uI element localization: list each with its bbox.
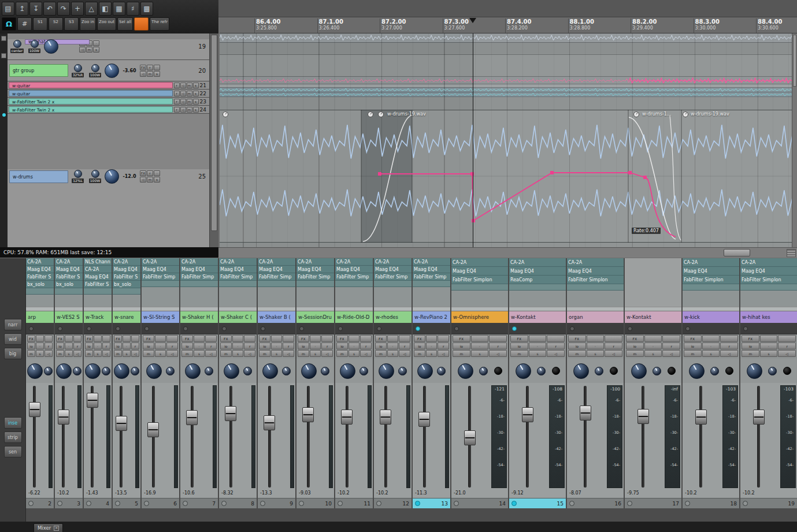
- fx-button[interactable]: FX: [140, 65, 146, 70]
- track-number-row[interactable]: 3: [55, 498, 83, 508]
- record-arm-led[interactable]: [115, 501, 120, 506]
- fx-slot-button[interactable]: CA-2A: [84, 266, 112, 273]
- ruler-tick[interactable]: 87.1.003:26.400: [319, 18, 343, 31]
- mute-button[interactable]: m: [27, 350, 35, 357]
- track-name-chip[interactable]: w-FabFilter Twin 2 x: [9, 106, 173, 113]
- phase-button[interactable]: ◁: [131, 350, 139, 357]
- track-name-chip[interactable]: w-guitar: [9, 90, 173, 96]
- track-name-label[interactable]: w-SI-String S: [142, 311, 179, 323]
- fx-slot-button[interactable]: Maag EQ4: [296, 266, 334, 273]
- fader-cap[interactable]: [580, 405, 591, 421]
- fx-param-button[interactable]: [360, 335, 372, 342]
- record-arm-button[interactable]: r: [662, 343, 680, 349]
- fx-param-button[interactable]: [205, 335, 217, 342]
- ruler-tick[interactable]: 87.4.003:28.200: [507, 18, 531, 31]
- tcp-track[interactable]: w-FabFilter Twin 2 xr◁ms24: [8, 106, 209, 114]
- phase-button[interactable]: ◁: [547, 350, 565, 357]
- strip-layout-button[interactable]: strip: [4, 431, 22, 443]
- monitor-led[interactable]: [58, 326, 62, 331]
- fx-insert-row[interactable]: [219, 307, 257, 311]
- fx-slot-button[interactable]: CA-2A: [258, 258, 295, 266]
- wide-layout-button[interactable]: wid: [4, 333, 22, 345]
- fx-insert-row[interactable]: [683, 307, 739, 311]
- record-arm-button[interactable]: r: [45, 343, 53, 349]
- fx-bypass-button[interactable]: [194, 335, 205, 342]
- solo-button[interactable]: s: [123, 350, 131, 357]
- lock-icon[interactable]: ▩: [140, 2, 153, 16]
- open-project-icon[interactable]: ↥: [16, 2, 28, 16]
- env-button[interactable]: ·: [65, 343, 73, 349]
- mute-button[interactable]: m: [414, 350, 425, 357]
- width-knob[interactable]: [437, 367, 446, 375]
- fx-param-button[interactable]: [102, 335, 110, 342]
- volume-readout[interactable]: -11.3: [413, 490, 450, 498]
- track-name-label[interactable]: w-Shaker B (: [258, 311, 295, 323]
- volume-readout[interactable]: -13.5: [113, 490, 140, 498]
- fx-insert-row[interactable]: [625, 307, 681, 311]
- fader-cap[interactable]: [753, 410, 765, 425]
- mute-button[interactable]: m: [187, 99, 192, 105]
- record-arm-led[interactable]: [299, 501, 304, 506]
- mute-button[interactable]: m: [143, 350, 154, 357]
- mute-button[interactable]: m: [187, 91, 192, 96]
- record-arm-button[interactable]: r: [131, 343, 139, 349]
- env-button[interactable]: ·: [702, 343, 720, 349]
- track-number-row[interactable]: 7: [180, 498, 218, 508]
- env-button[interactable]: ·: [94, 343, 102, 349]
- track-name-label[interactable]: w-VES2 S: [55, 311, 83, 323]
- fx-bypass-button[interactable]: [65, 335, 73, 342]
- io-button[interactable]: io: [143, 343, 154, 349]
- ruler-tick[interactable]: 87.3.003:27.600: [444, 18, 469, 31]
- mute-button[interactable]: m: [568, 350, 586, 357]
- pan-knob[interactable]: [114, 363, 129, 379]
- io-button[interactable]: io: [510, 343, 528, 349]
- ruler-tick[interactable]: 86.4.003:25.800: [256, 18, 280, 31]
- phase-button[interactable]: ◁: [399, 350, 410, 357]
- new-project-icon[interactable]: ▤: [2, 2, 14, 16]
- fx-slot-button[interactable]: CA-2A: [740, 258, 797, 267]
- volume-readout[interactable]: -1.43: [84, 490, 112, 498]
- track-number-row[interactable]: 15: [509, 498, 566, 508]
- pan-knob[interactable]: [379, 363, 394, 379]
- env-button[interactable]: ·: [471, 343, 489, 349]
- phase-button[interactable]: ◁: [102, 350, 110, 357]
- monitor-led[interactable]: [261, 326, 265, 331]
- solo-button[interactable]: s: [193, 83, 199, 88]
- trim-knob[interactable]: [668, 367, 676, 375]
- fx-param-button[interactable]: [662, 335, 680, 342]
- width-knob[interactable]: [710, 367, 719, 375]
- phase-button[interactable]: ◁: [244, 350, 255, 357]
- width-knob[interactable]: [102, 367, 110, 375]
- pan-knob[interactable]: [262, 363, 278, 379]
- fx-slot-button[interactable]: FabFilter Simplon: [740, 276, 797, 284]
- fx-button[interactable]: FX: [626, 335, 644, 342]
- solo-button[interactable]: s: [36, 350, 44, 357]
- peak-readout[interactable]: -103: [781, 386, 794, 392]
- pan-knob[interactable]: [224, 363, 239, 379]
- mute-button[interactable]: m: [684, 350, 702, 357]
- phase-button[interactable]: ◁: [166, 350, 178, 357]
- record-arm-button[interactable]: r: [720, 343, 738, 349]
- monitor-led[interactable]: [29, 326, 34, 331]
- fx-empty-slot[interactable]: [180, 281, 218, 287]
- track-number-row[interactable]: 4: [84, 498, 112, 508]
- fx-empty-slot[interactable]: [413, 281, 450, 287]
- mute-button[interactable]: m: [85, 350, 93, 357]
- track-name-label[interactable]: w-Kontakt: [625, 311, 681, 323]
- record-arm-led[interactable]: [338, 501, 343, 506]
- fx-slot-button[interactable]: FabFilter Simp: [258, 273, 295, 281]
- solo-button[interactable]: s: [426, 350, 438, 357]
- width-knob[interactable]: [653, 367, 661, 375]
- record-arm-led[interactable]: [415, 501, 420, 506]
- fx-button[interactable]: FX: [140, 170, 146, 176]
- io-button[interactable]: io: [85, 343, 93, 349]
- volume-fader[interactable]: [268, 386, 271, 488]
- record-arm-led[interactable]: [743, 501, 748, 506]
- fx-bypass-button[interactable]: [426, 335, 438, 342]
- fx-param-button[interactable]: [720, 335, 738, 342]
- rec-button[interactable]: r: [147, 170, 153, 176]
- trim-knob[interactable]: [552, 367, 560, 375]
- fx-slot-button[interactable]: FabFilter Simp: [374, 273, 412, 281]
- fx-slot-button[interactable]: CA-2A: [335, 258, 373, 266]
- fx-bypass-button[interactable]: [310, 335, 321, 342]
